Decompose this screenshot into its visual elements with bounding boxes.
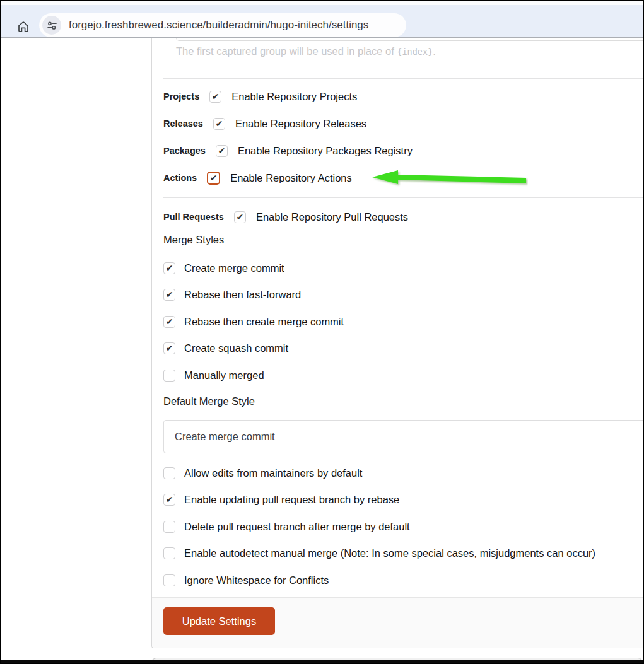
help-text-prefix: The first captured group will be used in… xyxy=(176,45,397,57)
merge-style-label[interactable]: Rebase then create merge commit xyxy=(184,316,344,328)
feature-checkbox[interactable] xyxy=(213,118,225,130)
browser-toolbar: forgejo.freshbrewed.science/builderadmin… xyxy=(1,1,643,38)
pull-request-option-row: Allow edits from maintainers by default xyxy=(163,466,595,480)
pull-request-option-label[interactable]: Enable updating pull request branch by r… xyxy=(184,494,399,506)
site-settings-button[interactable] xyxy=(42,16,61,35)
feature-checkbox[interactable] xyxy=(209,91,221,103)
merge-styles-heading: Merge Styles xyxy=(163,234,224,246)
screenshot-bottom-border xyxy=(1,660,643,663)
pull-request-option-row: Delete pull request branch after merge b… xyxy=(163,520,595,533)
feature-toggle-row: Packages Enable Repository Packages Regi… xyxy=(163,144,643,158)
default-merge-style-value: Create merge commit xyxy=(175,431,275,443)
help-text-suffix: . xyxy=(433,45,436,57)
merge-style-checkbox[interactable] xyxy=(163,262,175,274)
pull-request-option-checkbox[interactable] xyxy=(163,547,175,559)
default-merge-style-heading: Default Merge Style xyxy=(163,395,255,407)
feature-checkbox-label[interactable]: Enable Repository Releases xyxy=(235,118,366,130)
help-text-code: {index} xyxy=(397,47,433,57)
section-divider xyxy=(163,197,643,198)
feature-checkbox[interactable] xyxy=(216,145,228,157)
home-icon xyxy=(16,20,30,33)
merge-style-row: Manually merged xyxy=(163,368,344,382)
feature-label: Releases xyxy=(163,119,203,129)
settings-panel: The first captured group will be used in… xyxy=(151,38,643,648)
default-merge-style-select[interactable]: Create merge commit xyxy=(163,420,644,453)
pull-request-options-list: Allow edits from maintainers by default … xyxy=(163,466,595,600)
pull-request-option-row: Enable updating pull request branch by r… xyxy=(163,493,595,507)
pull-request-option-checkbox[interactable] xyxy=(163,494,175,506)
pull-request-option-row: Enable autodetect manual merge (Note: In… xyxy=(163,547,595,561)
browser-window: forgejo.freshbrewed.science/builderadmin… xyxy=(0,0,644,664)
feature-checkbox-label[interactable]: Enable Repository Packages Registry xyxy=(238,145,413,157)
home-button[interactable] xyxy=(15,18,32,35)
pull-requests-checkbox[interactable] xyxy=(234,211,246,223)
merge-style-label[interactable]: Create squash commit xyxy=(184,342,288,354)
pull-requests-row: Pull Requests Enable Repository Pull Req… xyxy=(163,210,408,224)
feature-checkbox[interactable] xyxy=(207,172,220,185)
pull-request-option-label[interactable]: Ignore Whitespace for Conflicts xyxy=(184,574,329,586)
feature-label: Packages xyxy=(163,146,206,156)
section-divider xyxy=(163,78,643,79)
merge-style-label[interactable]: Rebase then fast-forward xyxy=(184,289,301,301)
feature-checkbox-label[interactable]: Enable Repository Actions xyxy=(230,172,352,184)
site-settings-icon xyxy=(47,20,57,31)
merge-style-row: Create squash commit xyxy=(163,342,344,356)
merge-style-checkbox[interactable] xyxy=(163,342,175,354)
pull-request-option-checkbox[interactable] xyxy=(163,574,175,586)
help-text: The first captured group will be used in… xyxy=(176,45,436,57)
address-bar[interactable]: forgejo.freshbrewed.science/builderadmin… xyxy=(39,13,406,37)
pull-requests-checkbox-label[interactable]: Enable Repository Pull Requests xyxy=(256,211,408,223)
feature-label: Projects xyxy=(163,91,199,102)
merge-style-label[interactable]: Manually merged xyxy=(184,370,264,382)
pull-request-option-label[interactable]: Enable autodetect manual merge (Note: In… xyxy=(184,547,595,559)
merge-style-checkbox[interactable] xyxy=(163,316,175,328)
feature-label: Actions xyxy=(163,173,197,183)
pull-requests-label: Pull Requests xyxy=(163,212,224,222)
pull-request-option-label[interactable]: Delete pull request branch after merge b… xyxy=(184,521,410,533)
form-footer: Update Settings xyxy=(152,597,643,648)
merge-style-checkbox[interactable] xyxy=(163,370,175,382)
merge-styles-list: Create merge commit Rebase then fast-for… xyxy=(163,261,344,395)
feature-toggle-row: Releases Enable Repository Releases xyxy=(163,117,643,131)
cutoff-input-field[interactable] xyxy=(176,38,643,41)
url-text[interactable]: forgejo.freshbrewed.science/builderadmin… xyxy=(69,19,368,32)
merge-style-label[interactable]: Create merge commit xyxy=(184,262,284,274)
pull-request-option-row: Ignore Whitespace for Conflicts xyxy=(163,573,595,587)
merge-style-row: Rebase then create merge commit xyxy=(163,315,344,329)
merge-style-row: Create merge commit xyxy=(163,261,344,275)
pull-request-option-label[interactable]: Allow edits from maintainers by default xyxy=(184,467,362,479)
pull-request-option-checkbox[interactable] xyxy=(163,521,175,533)
feature-toggle-row: Projects Enable Repository Projects xyxy=(163,90,643,103)
annotation-arrow xyxy=(370,168,528,187)
merge-style-checkbox[interactable] xyxy=(163,289,175,301)
update-settings-button[interactable]: Update Settings xyxy=(163,607,275,635)
merge-style-row: Rebase then fast-forward xyxy=(163,288,344,302)
pull-request-option-checkbox[interactable] xyxy=(163,467,175,479)
feature-checkbox-label[interactable]: Enable Repository Projects xyxy=(231,91,357,103)
